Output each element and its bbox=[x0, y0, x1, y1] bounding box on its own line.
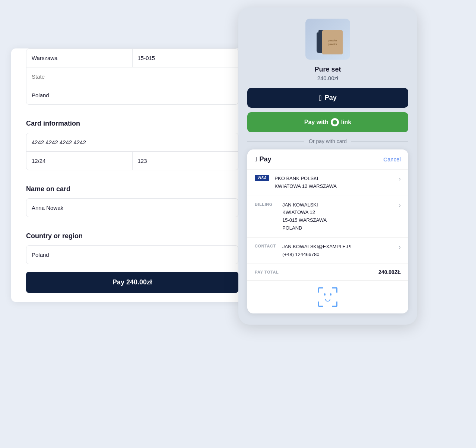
city-zip-row bbox=[26, 49, 238, 67]
country-row bbox=[26, 86, 238, 104]
country-fields bbox=[26, 245, 238, 264]
product-image: powderpowder bbox=[305, 19, 350, 60]
sheet-billing-content: JAN KOWALSKI KWIATOWA 12 15-015 WARSZAWA… bbox=[282, 201, 394, 232]
visa-badge: VISA bbox=[255, 175, 269, 181]
state-row bbox=[26, 67, 238, 86]
sheet-contact-row[interactable]: CONTACT JAN.KOWALSKI@EXAMPLE.PL (+48) 12… bbox=[247, 238, 408, 264]
sheet-bank-name: PKO BANK POLSKI bbox=[275, 175, 393, 183]
product-box-shape: powderpowder bbox=[322, 30, 343, 54]
card-number-row bbox=[26, 133, 238, 152]
sheet-apple-pay-title:  Pay bbox=[255, 155, 272, 163]
face-id-mouth bbox=[325, 299, 330, 302]
product-image-container: powderpowder bbox=[247, 19, 408, 60]
pay-with-link-button[interactable]: Pay with link bbox=[247, 112, 408, 132]
name-fields bbox=[26, 198, 238, 217]
or-divider: Or pay with card bbox=[247, 138, 408, 144]
sheet-total-row: PAY TOTAL 240.00ZŁ bbox=[247, 264, 408, 281]
card-cvc-input[interactable] bbox=[132, 152, 238, 170]
billing-chevron-icon: › bbox=[399, 201, 401, 209]
card-section-title: Card information bbox=[19, 112, 246, 133]
expiry-cvc-row bbox=[26, 152, 238, 170]
apple-icon:  bbox=[319, 94, 321, 102]
city-input[interactable] bbox=[26, 49, 132, 67]
zip-input[interactable] bbox=[132, 49, 238, 67]
face-id-corner-tr bbox=[332, 287, 337, 293]
pay-total-amount: 240.00ZŁ bbox=[378, 269, 401, 275]
apple-pay-sheet:  Pay Cancel VISA PKO BANK POLSKI KWIATO… bbox=[247, 149, 408, 313]
face-id-corner-tl bbox=[318, 287, 323, 293]
sheet-bank-address: KWIATOWA 12 WARSZAWA bbox=[275, 183, 393, 190]
billing-street: KWIATOWA 12 bbox=[282, 209, 394, 217]
pay-with-label: Pay with bbox=[304, 119, 329, 126]
sheet-cancel-button[interactable]: Cancel bbox=[383, 156, 401, 163]
card-fields bbox=[26, 133, 238, 170]
country-section-title: Country or region bbox=[19, 225, 246, 245]
contact-phone: (+48) 124466780 bbox=[282, 251, 394, 259]
bank-chevron-icon: › bbox=[399, 175, 401, 182]
face-id-eye-left bbox=[324, 293, 326, 296]
phone-panel: powderpowder Pure set 240.00zł  Pay Pay… bbox=[238, 7, 417, 325]
sheet-contact-content: JAN.KOWALSKI@EXAMPLE.PL (+48) 124466780 bbox=[282, 243, 394, 259]
face-id-corner-br bbox=[332, 302, 337, 307]
sheet-pay-label: Pay bbox=[260, 155, 272, 163]
billing-zip-city: 15-015 WARSZAWA bbox=[282, 217, 394, 224]
card-expiry-input[interactable] bbox=[26, 152, 132, 170]
apple-pay-button[interactable]:  Pay bbox=[247, 88, 408, 108]
link-icon-inner bbox=[333, 120, 337, 124]
sheet-header:  Pay Cancel bbox=[247, 149, 408, 170]
product-price: 240.00zł bbox=[247, 75, 408, 81]
face-id-face bbox=[323, 293, 333, 302]
country2-input[interactable] bbox=[26, 246, 238, 264]
face-id-container bbox=[247, 281, 408, 313]
billing-name: JAN KOWALSKI bbox=[282, 201, 394, 209]
billing-country: POLAND bbox=[282, 224, 394, 232]
contact-label: CONTACT bbox=[255, 243, 277, 248]
address-fields bbox=[26, 48, 238, 105]
pay-total-label: PAY TOTAL bbox=[255, 270, 279, 274]
pay-main-button[interactable]: Pay 240.00zł bbox=[26, 272, 238, 293]
sheet-bank-row[interactable]: VISA PKO BANK POLSKI KWIATOWA 12 WARSZAW… bbox=[247, 170, 408, 196]
face-id-icon bbox=[318, 287, 337, 307]
face-id-corner-bl bbox=[318, 302, 323, 307]
name-input[interactable] bbox=[26, 199, 238, 217]
country-input[interactable] bbox=[26, 86, 238, 104]
sheet-bank-content: PKO BANK POLSKI KWIATOWA 12 WARSZAWA bbox=[275, 175, 393, 190]
sheet-billing-row[interactable]: BILLING JAN KOWALSKI KWIATOWA 12 15-015 … bbox=[247, 196, 408, 238]
contact-email: JAN.KOWALSKI@EXAMPLE.PL bbox=[282, 243, 394, 251]
card-number-input[interactable] bbox=[26, 133, 238, 151]
or-text: Or pay with card bbox=[309, 138, 347, 144]
name-row bbox=[26, 199, 238, 217]
checkout-form: Card information Name on card Country or… bbox=[11, 48, 253, 302]
state-input[interactable] bbox=[26, 67, 238, 86]
face-id-eye-right bbox=[330, 293, 331, 296]
product-name: Pure set bbox=[247, 66, 408, 73]
link-text: link bbox=[341, 119, 352, 126]
name-section-title: Name on card bbox=[19, 178, 246, 198]
link-icon bbox=[331, 118, 339, 126]
billing-label: BILLING bbox=[255, 201, 277, 206]
country2-row bbox=[26, 246, 238, 264]
apple-pay-label: Pay bbox=[325, 94, 337, 102]
sheet-apple-icon:  bbox=[255, 155, 257, 163]
contact-chevron-icon: › bbox=[399, 243, 401, 250]
